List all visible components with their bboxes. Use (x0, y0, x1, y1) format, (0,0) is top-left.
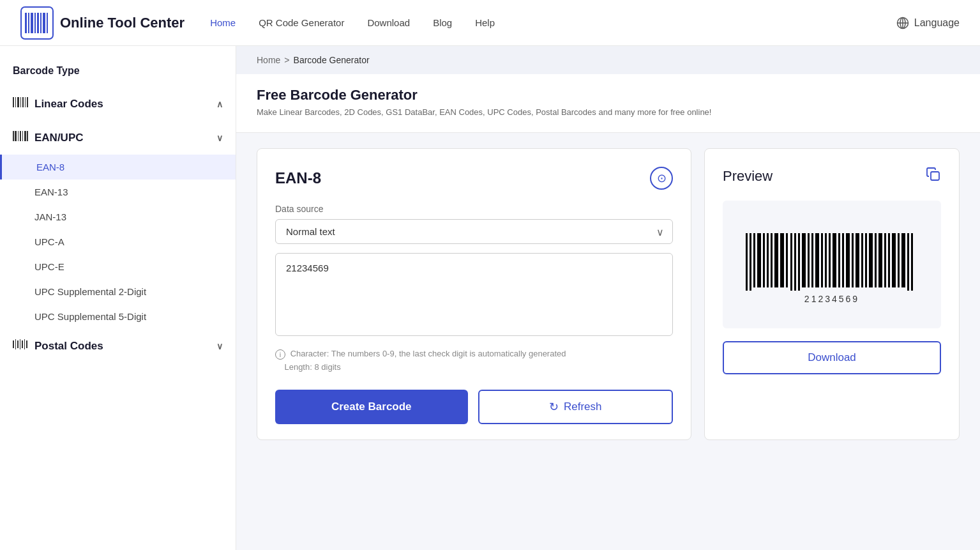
nav-qr-code[interactable]: QR Code Generator (259, 17, 344, 28)
svg-rect-67 (888, 233, 890, 287)
svg-rect-60 (856, 233, 859, 287)
svg-rect-20 (13, 131, 14, 141)
generator-panel: EAN-8 ⊙ Data source Normal text Hex data… (257, 148, 691, 440)
sidebar-section-linear-label: Linear Codes (34, 98, 103, 111)
barcode-input[interactable]: 21234569 (275, 253, 673, 336)
data-source-label: Data source (275, 204, 673, 214)
svg-rect-33 (26, 340, 27, 348)
copy-icon[interactable] (926, 167, 941, 185)
svg-rect-32 (24, 339, 25, 349)
svg-rect-72 (911, 233, 913, 291)
logo-area: Online Tool Center (20, 6, 185, 40)
sidebar-section-ean-upc-label: EAN/UPC (34, 132, 84, 144)
create-barcode-button[interactable]: Create Barcode (275, 390, 468, 424)
download-button[interactable]: Download (723, 341, 941, 374)
language-label: Language (914, 17, 960, 29)
main-content: EAN-8 ⊙ Data source Normal text Hex data… (236, 133, 980, 455)
sidebar-item-upca[interactable]: UPC-A (0, 229, 236, 254)
page-header: Free Barcode Generator Make Linear Barco… (236, 74, 980, 133)
breadcrumb-current: Barcode Generator (294, 55, 370, 65)
svg-rect-1 (25, 13, 27, 33)
svg-rect-43 (780, 233, 784, 287)
svg-rect-48 (802, 233, 806, 287)
svg-rect-7 (43, 13, 45, 33)
main-layout: Barcode Type Linear Codes ∧ (0, 46, 980, 550)
sidebar: Barcode Type Linear Codes ∧ (0, 46, 236, 550)
svg-rect-31 (22, 340, 23, 348)
svg-rect-47 (798, 233, 800, 291)
preview-header: Preview (723, 167, 941, 185)
nav-home[interactable]: Home (210, 17, 236, 28)
language-selector[interactable]: Language (896, 17, 960, 29)
svg-rect-52 (821, 233, 823, 287)
info-symbol: ⊙ (657, 171, 667, 185)
sidebar-item-ean8[interactable]: EAN-8 (0, 155, 236, 180)
page-subtitle: Make Linear Barcodes, 2D Codes, GS1 Data… (257, 107, 960, 117)
svg-rect-50 (811, 233, 813, 287)
svg-rect-68 (892, 233, 896, 287)
sidebar-item-upc-supp5[interactable]: UPC Supplemental 5-Digit (0, 304, 236, 329)
svg-rect-71 (907, 233, 909, 291)
nav-help[interactable]: Help (475, 17, 495, 28)
svg-rect-63 (869, 233, 873, 287)
svg-rect-66 (884, 233, 886, 287)
page-title: Free Barcode Generator (257, 87, 960, 103)
refresh-label: Refresh (564, 401, 602, 413)
svg-rect-65 (878, 233, 882, 287)
generator-title: EAN-8 (275, 169, 321, 187)
sidebar-section-postal[interactable]: Postal Codes ∨ (0, 329, 236, 363)
svg-rect-54 (829, 233, 831, 287)
svg-rect-26 (27, 131, 28, 141)
content-area: Home > Barcode Generator Free Barcode Ge… (236, 46, 980, 550)
sidebar-item-ean13[interactable]: EAN-13 (0, 180, 236, 204)
data-source-select[interactable]: Normal text Hex data (275, 219, 673, 244)
sidebar-section-linear[interactable]: Linear Codes ∧ (0, 87, 236, 121)
sidebar-item-upc-supp2[interactable]: UPC Supplemental 2-Digit (0, 279, 236, 304)
action-buttons: Create Barcode ↻ Refresh (275, 390, 673, 424)
postal-chevron-down-icon: ∨ (216, 341, 223, 351)
sidebar-item-jan13[interactable]: JAN-13 (0, 204, 236, 229)
hint-line2: Length: 8 digits (284, 362, 340, 372)
svg-rect-23 (20, 131, 21, 141)
svg-rect-36 (750, 233, 751, 291)
svg-rect-42 (774, 233, 778, 287)
svg-rect-55 (833, 233, 836, 287)
nav-download[interactable]: Download (367, 17, 410, 28)
svg-rect-53 (825, 233, 827, 287)
svg-rect-45 (790, 233, 792, 291)
svg-rect-37 (753, 233, 755, 287)
svg-rect-14 (15, 97, 16, 107)
barcode-display: 21234569 (723, 201, 941, 328)
svg-rect-22 (18, 131, 19, 141)
linear-chevron-up-icon: ∧ (216, 99, 223, 109)
svg-rect-44 (786, 233, 788, 287)
svg-rect-13 (13, 97, 14, 107)
svg-rect-30 (20, 339, 20, 349)
breadcrumb-home[interactable]: Home (257, 55, 280, 65)
nav-blog[interactable]: Blog (433, 17, 452, 28)
svg-rect-17 (22, 97, 24, 107)
data-source-wrapper: Normal text Hex data ∨ (275, 219, 673, 244)
header: Online Tool Center Home QR Code Generato… (0, 0, 980, 46)
svg-rect-21 (15, 131, 17, 141)
svg-rect-35 (746, 233, 748, 291)
svg-rect-25 (24, 131, 26, 141)
info-icon[interactable]: ⊙ (650, 167, 673, 190)
refresh-button[interactable]: ↻ Refresh (478, 390, 674, 424)
svg-rect-8 (47, 13, 48, 33)
svg-text:21234569: 21234569 (804, 294, 859, 303)
hint-line1: Character: The numbers 0-9, the last che… (290, 349, 566, 358)
main-nav: Home QR Code Generator Download Blog Hel… (210, 17, 896, 28)
sidebar-section-ean-upc[interactable]: EAN/UPC ∨ (0, 121, 236, 155)
svg-rect-57 (842, 233, 844, 287)
barcode-image: 21234569 (739, 233, 924, 303)
svg-rect-51 (815, 233, 819, 287)
ean-upc-items: EAN-8 EAN-13 JAN-13 UPC-A UPC-E UPC Supp… (0, 155, 236, 329)
sidebar-section-postal-label: Postal Codes (34, 340, 103, 353)
sidebar-item-upce[interactable]: UPC-E (0, 254, 236, 279)
svg-rect-64 (875, 233, 877, 287)
svg-rect-16 (20, 97, 21, 107)
svg-rect-58 (846, 233, 850, 287)
ean-barcode-icon (13, 130, 28, 146)
svg-rect-40 (767, 233, 769, 287)
